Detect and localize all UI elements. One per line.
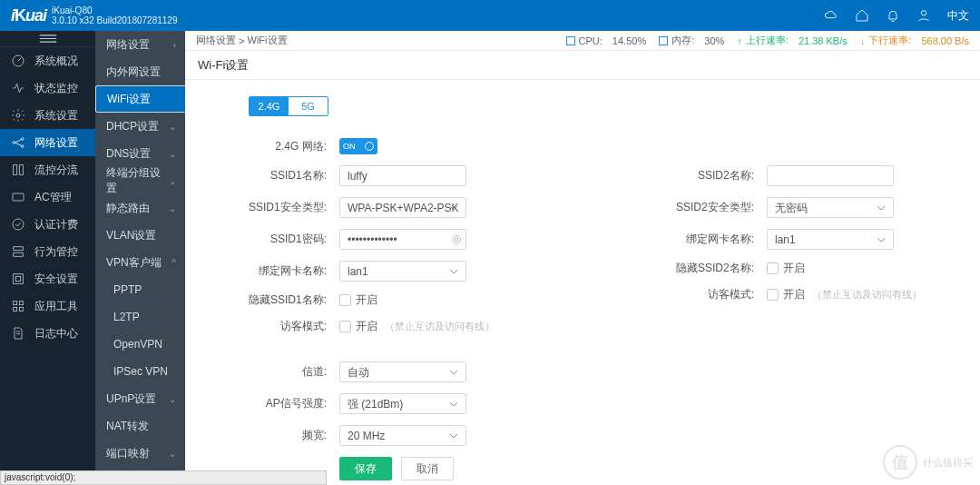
page-title: Wi-Fi设置 xyxy=(185,51,980,80)
bandwidth-select[interactable]: 20 MHz xyxy=(339,425,466,446)
tab-5g[interactable]: 5G xyxy=(289,97,328,115)
svg-point-3 xyxy=(13,142,15,144)
status-strip: CPU: 14.50% 内存: 30% ↑ 上行速率: 21.38 KB/s ↓… xyxy=(566,34,969,47)
chevron-icon: ⌄ xyxy=(169,394,176,404)
bind-nic-select[interactable]: lan1 xyxy=(339,261,466,282)
ssid1-pw-label: SSID1密码: xyxy=(249,232,339,247)
home-icon[interactable] xyxy=(855,8,869,23)
nav1-item-2[interactable]: 系统设置 xyxy=(0,102,95,129)
svg-point-5 xyxy=(21,145,24,148)
language-switch[interactable]: 中文 xyxy=(947,8,969,24)
tab-24g[interactable]: 2.4G xyxy=(250,97,289,115)
ssid1-sec-label: SSID1安全类型: xyxy=(249,200,339,215)
bell-icon[interactable] xyxy=(886,8,900,23)
nav1-item-3[interactable]: 网络设置 xyxy=(0,129,95,156)
cpu-icon xyxy=(566,36,575,45)
bind2-nic-label: 绑定网卡名称: xyxy=(676,232,767,247)
nav1-item-7[interactable]: 行为管控 xyxy=(0,238,95,265)
svg-rect-13 xyxy=(19,302,23,305)
breadcrumb-a[interactable]: 网络设置 xyxy=(196,34,236,47)
user-icon[interactable] xyxy=(916,8,931,23)
mem-icon xyxy=(659,36,668,45)
svg-rect-11 xyxy=(15,276,20,281)
shield-icon xyxy=(11,272,25,286)
nav2-item-8[interactable]: VPN客户端^ xyxy=(95,249,185,276)
chevron-icon: ⌄ xyxy=(169,449,176,459)
nav2-item-1[interactable]: 内外网设置 xyxy=(95,58,185,85)
nav2-item-4[interactable]: DNS设置⌄ xyxy=(95,140,185,167)
ssid1-pw-input[interactable] xyxy=(339,229,466,250)
cancel-button[interactable]: 取消 xyxy=(401,457,454,480)
nav2-item-10[interactable]: NAT转发 xyxy=(95,412,185,440)
ssid2-sec-select[interactable]: 无密码 xyxy=(767,197,894,218)
ssid1-name-label: SSID1名称: xyxy=(249,168,339,183)
nav2-item-6[interactable]: 静态路由⌄ xyxy=(95,194,185,222)
ap-power-select[interactable]: 强 (21dBm) xyxy=(339,393,466,414)
guest2-checkbox[interactable] xyxy=(767,289,779,301)
nav1-item-6[interactable]: 认证计费 xyxy=(0,211,95,238)
ssid1-name-input[interactable] xyxy=(339,165,466,186)
svg-rect-10 xyxy=(14,274,24,284)
menu-toggle[interactable] xyxy=(0,31,95,47)
nav1-item-8[interactable]: 安全设置 xyxy=(0,265,95,292)
nav2-sub-8-1[interactable]: L2TP xyxy=(95,303,185,331)
chevron-icon: ⌄ xyxy=(169,122,176,132)
bind2-nic-select[interactable]: lan1 xyxy=(767,229,894,250)
svg-rect-7 xyxy=(19,165,23,175)
ssid2-sec-label: SSID2安全类型: xyxy=(676,200,767,215)
nav2-item-7[interactable]: VLAN设置 xyxy=(95,222,185,249)
cloud-icon[interactable] xyxy=(824,8,838,23)
nav1-item-4[interactable]: 流控分流 xyxy=(0,156,95,183)
channel-select[interactable]: 自动 xyxy=(339,361,466,382)
ssid2-name-input[interactable] xyxy=(767,165,894,186)
product-info: iKuai-Q80 3.0.10 x32 Build201807281129 xyxy=(52,5,177,25)
guest2-label: 访客模式: xyxy=(676,287,767,302)
hide-ssid1-label: 隐藏SSID1名称: xyxy=(249,292,339,308)
nav2-sub-8-3[interactable]: IPSec VPN xyxy=(95,358,185,385)
svg-point-0 xyxy=(921,11,926,15)
guest2-hint: （禁止互访及访问有线） xyxy=(812,288,922,302)
net24-toggle[interactable]: ON xyxy=(339,138,377,154)
dashboard-icon xyxy=(11,54,25,68)
chevron-icon: ^ xyxy=(172,258,176,268)
svg-rect-6 xyxy=(14,165,17,175)
network-icon xyxy=(11,135,25,150)
nav2-item-11[interactable]: 端口映射⌄ xyxy=(95,440,185,467)
svg-point-9 xyxy=(13,219,24,230)
guest1-checkbox[interactable] xyxy=(339,321,351,332)
nav1-item-5[interactable]: AC管理 xyxy=(0,183,95,211)
svg-rect-14 xyxy=(14,307,17,311)
nav2-item-5[interactable]: 终端分组设置⌄ xyxy=(95,167,185,194)
svg-rect-15 xyxy=(19,307,23,311)
monitor-icon xyxy=(11,81,25,95)
guest1-hint: （禁止互访及访问有线） xyxy=(385,320,495,333)
save-button[interactable]: 保存 xyxy=(339,457,392,480)
nav1-item-9[interactable]: 应用工具 xyxy=(0,292,95,320)
top-header: iKuai iKuai-Q80 3.0.10 x32 Build20180728… xyxy=(0,0,980,31)
breadcrumb-b: WiFi设置 xyxy=(248,34,288,47)
content-area: 2.4G 5G 2.4G 网络: ON SSID1名称: SSID1安全类型:W… xyxy=(185,80,980,485)
svg-point-4 xyxy=(21,138,24,141)
browser-statusbar: javascript:void(0); xyxy=(0,470,327,485)
nav1-item-0[interactable]: 系统概况 xyxy=(0,47,95,74)
nav2-sub-8-2[interactable]: OpenVPN xyxy=(95,331,185,358)
hide-ssid1-checkbox[interactable] xyxy=(339,294,351,306)
apps-icon xyxy=(11,299,25,313)
hide-ssid2-checkbox[interactable] xyxy=(767,262,779,274)
behavior-icon xyxy=(11,244,25,259)
nav2-item-3[interactable]: DHCP设置⌄ xyxy=(95,113,185,140)
nav2-item-0[interactable]: 网络设置‹ xyxy=(95,31,185,58)
nav2-item-9[interactable]: UPnP设置⌄ xyxy=(95,385,185,412)
auth-icon xyxy=(11,217,25,232)
secondary-sidebar: 网络设置‹内外网设置WiFi设置DHCP设置⌄DNS设置⌄终端分组设置⌄静态路由… xyxy=(95,31,185,485)
primary-sidebar: 系统概况状态监控系统设置网络设置流控分流AC管理认证计费行为管控安全设置应用工具… xyxy=(0,31,95,485)
svg-rect-8 xyxy=(13,193,24,201)
eye-icon[interactable]: ◎ xyxy=(452,233,461,245)
nav2-sub-8-0[interactable]: PPTP xyxy=(95,276,185,303)
nav1-item-10[interactable]: 日志中心 xyxy=(0,320,95,347)
nav1-item-1[interactable]: 状态监控 xyxy=(0,74,95,102)
breadcrumb-bar: 网络设置 > WiFi设置 CPU: 14.50% 内存: 30% ↑ 上行速率… xyxy=(185,31,980,51)
ssid1-sec-select[interactable]: WPA-PSK+WPA2-PSK xyxy=(339,197,466,218)
band-tabs: 2.4G 5G xyxy=(249,96,328,116)
svg-point-2 xyxy=(16,114,20,117)
